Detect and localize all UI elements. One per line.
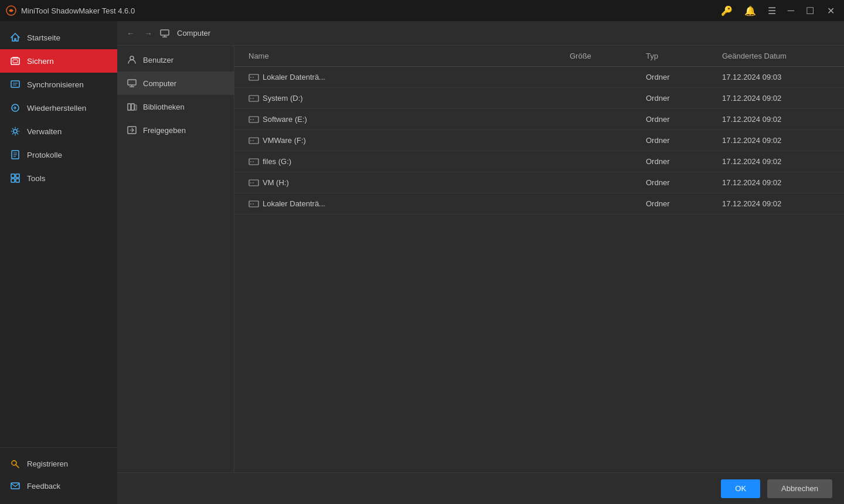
main-layout: Startseite Sichern <box>0 21 844 504</box>
breadcrumb-path: Computer <box>177 29 210 38</box>
cell-name: files (G:) <box>244 151 565 172</box>
sidebar-item-feedback[interactable]: Feedback <box>0 475 117 497</box>
sidebar-label-startseite: Startseite <box>27 33 108 42</box>
cell-typ: Ordner <box>641 130 717 151</box>
cell-groesse <box>565 130 641 151</box>
header-groesse[interactable]: Größe <box>565 46 641 66</box>
maximize-button[interactable]: ☐ <box>804 4 816 18</box>
cell-name: System (D:) <box>244 88 565 108</box>
cell-datum: 17.12.2024 09:02 <box>717 88 835 108</box>
cell-name-text: Lokaler Datenträ... <box>263 73 325 81</box>
cell-datum: 17.12.2024 09:02 <box>717 151 835 172</box>
ok-button[interactable]: OK <box>721 479 760 498</box>
svg-rect-15 <box>16 179 19 182</box>
table-row[interactable]: Software (E:) Ordner17.12.2024 09:02 <box>234 109 844 130</box>
cell-datum: 17.12.2024 09:02 <box>717 172 835 193</box>
registrieren-label: Registrieren <box>27 459 68 468</box>
feedback-label: Feedback <box>27 482 60 491</box>
svg-rect-12 <box>11 174 15 178</box>
location-computer[interactable]: Computer <box>117 71 234 95</box>
location-bibliotheken[interactable]: Bibliotheken <box>117 95 234 118</box>
table-row[interactable]: VM (H:) Ordner17.12.2024 09:02 <box>234 172 844 193</box>
cell-name-text: Software (E:) <box>263 115 307 124</box>
location-benutzer[interactable]: Benutzer <box>117 48 234 71</box>
cell-datum: 17.12.2024 09:03 <box>717 67 835 87</box>
sidebar-item-tools[interactable]: Tools <box>0 166 117 190</box>
sidebar-item-wiederherstellen[interactable]: Wiederherstellen <box>0 96 117 120</box>
location-benutzer-label: Benutzer <box>143 56 173 64</box>
sidebar: Startseite Sichern <box>0 21 117 504</box>
cell-name: VM (H:) <box>244 172 565 193</box>
cell-typ: Ordner <box>641 67 717 87</box>
sidebar-item-registrieren[interactable]: Registrieren <box>0 452 117 475</box>
share-location-icon <box>127 125 137 135</box>
sidebar-label-restore: Wiederherstellen <box>27 104 108 113</box>
app-logo <box>6 5 16 16</box>
minimize-button[interactable]: ─ <box>785 4 797 17</box>
computer-location-icon <box>127 78 137 88</box>
svg-rect-18 <box>11 483 19 489</box>
sidebar-item-startseite[interactable]: Startseite <box>0 26 117 49</box>
table-row[interactable]: VMWare (F:) Ordner17.12.2024 09:02 <box>234 130 844 151</box>
svg-rect-13 <box>16 174 19 178</box>
drive-icon <box>249 158 259 165</box>
header-typ[interactable]: Typ <box>641 46 717 66</box>
drive-icon <box>249 74 259 81</box>
svg-rect-19 <box>161 30 169 35</box>
svg-rect-27 <box>131 104 134 110</box>
drive-icon <box>249 179 259 186</box>
sidebar-item-sichern[interactable]: Sichern <box>0 49 117 73</box>
table-row[interactable]: files (G:) Ordner17.12.2024 09:02 <box>234 151 844 172</box>
titlebar-left: MiniTool ShadowMaker Test 4.6.0 <box>6 5 135 16</box>
close-button[interactable]: ✕ <box>823 4 838 18</box>
location-freigegeben[interactable]: Freigegeben <box>117 118 234 142</box>
sidebar-item-synchronisieren[interactable]: Synchronisieren <box>0 73 117 96</box>
cell-name-text: VM (H:) <box>263 178 289 187</box>
cell-name-text: Lokaler Datenträ... <box>263 199 325 208</box>
cell-groesse <box>565 88 641 108</box>
cell-name: VMWare (F:) <box>244 130 565 151</box>
location-computer-label: Computer <box>143 79 176 88</box>
sidebar-item-verwalten[interactable]: Verwalten <box>0 120 117 143</box>
location-bibliotheken-label: Bibliotheken <box>143 103 185 111</box>
table-header: Name Größe Typ Geändertes Datum <box>234 46 844 67</box>
sidebar-label-manage: Verwalten <box>27 127 108 136</box>
drive-icon <box>249 137 259 144</box>
cell-datum: 17.12.2024 09:02 <box>717 109 835 130</box>
table-row[interactable]: Lokaler Datenträ... Ordner17.12.2024 09:… <box>234 193 844 214</box>
cancel-button[interactable]: Abbrechen <box>767 479 832 498</box>
svg-rect-14 <box>11 179 15 182</box>
location-freigegeben-label: Freigegeben <box>143 126 186 135</box>
cell-groesse <box>565 67 641 87</box>
tools-icon <box>9 172 21 184</box>
cell-groesse <box>565 109 641 130</box>
cell-datum: 17.12.2024 09:02 <box>717 193 835 214</box>
menu-icon[interactable]: ☰ <box>765 4 778 18</box>
drive-icon <box>249 116 259 123</box>
sidebar-label-tools: Tools <box>27 174 108 183</box>
svg-line-17 <box>16 465 19 468</box>
sidebar-item-protokolle[interactable]: Protokolle <box>0 143 117 166</box>
backup-icon <box>9 55 21 67</box>
user-location-icon <box>127 55 137 65</box>
sidebar-nav: Startseite Sichern <box>0 26 117 447</box>
key-icon[interactable]: 🔑 <box>719 4 735 18</box>
bell-icon[interactable]: 🔔 <box>742 4 758 18</box>
table-row[interactable]: Lokaler Datenträ... Ordner17.12.2024 09:… <box>234 67 844 88</box>
cell-groesse <box>565 193 641 214</box>
app-title: MiniTool ShadowMaker Test 4.6.0 <box>21 6 135 15</box>
back-button[interactable]: ← <box>124 28 137 39</box>
header-name[interactable]: Name <box>244 46 565 66</box>
cell-typ: Ordner <box>641 193 717 214</box>
table-row[interactable]: System (D:) Ordner17.12.2024 09:02 <box>234 88 844 109</box>
computer-breadcrumb-icon <box>159 28 170 39</box>
header-datum[interactable]: Geändertes Datum <box>717 46 835 66</box>
svg-rect-28 <box>135 105 137 110</box>
cell-name: Software (E:) <box>244 109 565 130</box>
dialog: ← → Computer Benutzer <box>117 21 844 504</box>
locations-panel: Benutzer Computer Bi <box>117 46 234 472</box>
cell-typ: Ordner <box>641 88 717 108</box>
forward-button[interactable]: → <box>142 28 155 39</box>
cell-name: Lokaler Datenträ... <box>244 193 565 214</box>
breadcrumb-bar: ← → Computer <box>117 21 844 46</box>
